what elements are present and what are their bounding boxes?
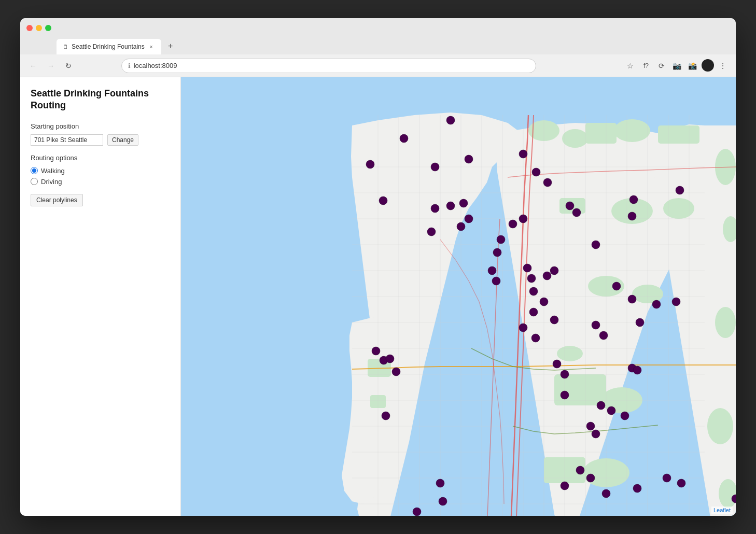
sidebar: Seattle Drinking Fountains Routing Start… xyxy=(20,77,181,516)
svg-point-89 xyxy=(531,334,540,342)
svg-point-55 xyxy=(366,160,374,168)
svg-point-103 xyxy=(561,370,569,378)
minimize-button[interactable] xyxy=(36,25,42,31)
svg-point-112 xyxy=(576,466,584,474)
clear-polylines-button[interactable]: Clear polylines xyxy=(31,194,83,206)
leaflet-attribution[interactable]: Leaflet xyxy=(711,507,733,514)
traffic-lights xyxy=(26,25,51,31)
svg-point-102 xyxy=(553,360,561,368)
map-svg xyxy=(181,77,736,516)
app-title: Seattle Drinking Fountains Routing xyxy=(31,88,170,112)
maximize-button[interactable] xyxy=(45,25,51,31)
svg-point-72 xyxy=(676,186,684,194)
change-button[interactable]: Change xyxy=(107,134,138,146)
routing-options-label: Routing options xyxy=(31,154,170,162)
svg-point-119 xyxy=(663,474,671,482)
svg-point-106 xyxy=(561,391,569,399)
walking-radio[interactable] xyxy=(31,167,38,174)
svg-point-120 xyxy=(677,479,685,487)
svg-point-115 xyxy=(561,482,569,490)
url-text: localhost:8009 xyxy=(134,62,177,69)
position-input[interactable] xyxy=(31,134,103,146)
svg-point-67 xyxy=(457,222,465,231)
driving-option[interactable]: Driving xyxy=(31,178,170,186)
reload-button[interactable]: ↻ xyxy=(62,59,75,73)
svg-point-18 xyxy=(715,307,736,338)
svg-point-114 xyxy=(602,489,610,498)
svg-point-61 xyxy=(379,196,387,205)
main-content: Seattle Drinking Fountains Routing Start… xyxy=(20,77,736,516)
sync-icon[interactable]: ⟳ xyxy=(655,59,668,73)
new-tab-button[interactable]: + xyxy=(163,39,178,53)
active-tab[interactable]: 🗒 Seattle Drinking Fountains × xyxy=(57,39,161,54)
position-row: Change xyxy=(31,134,170,146)
walking-option[interactable]: Walking xyxy=(31,167,170,175)
svg-point-4 xyxy=(614,119,650,142)
svg-point-81 xyxy=(543,272,551,280)
browser-window: 🗒 Seattle Drinking Fountains × + ← → ↻ ℹ… xyxy=(20,18,736,516)
starting-position-label: Starting position xyxy=(31,122,170,130)
svg-point-53 xyxy=(446,116,455,124)
svg-point-90 xyxy=(550,316,558,324)
svg-point-54 xyxy=(400,134,408,143)
bookmark-icon[interactable]: ☆ xyxy=(624,59,637,73)
menu-icon[interactable]: ⋮ xyxy=(716,59,730,73)
svg-point-101 xyxy=(382,412,390,420)
svg-point-57 xyxy=(465,155,473,163)
driving-radio[interactable] xyxy=(31,178,38,185)
svg-point-97 xyxy=(372,347,380,355)
svg-point-11 xyxy=(557,346,583,361)
svg-point-75 xyxy=(628,212,636,220)
svg-rect-12 xyxy=(554,374,606,405)
svg-point-62 xyxy=(431,204,439,213)
svg-point-65 xyxy=(465,215,473,223)
svg-point-88 xyxy=(519,324,527,332)
forward-button[interactable]: → xyxy=(44,59,58,73)
svg-point-117 xyxy=(439,497,447,505)
svg-point-96 xyxy=(636,318,644,327)
svg-point-64 xyxy=(459,199,468,207)
tab-title: Seattle Drinking Fountains xyxy=(72,43,145,50)
svg-point-95 xyxy=(672,298,680,306)
svg-rect-5 xyxy=(658,125,699,144)
svg-point-118 xyxy=(633,484,641,493)
svg-point-91 xyxy=(592,321,600,329)
svg-point-73 xyxy=(566,202,574,210)
svg-point-84 xyxy=(612,282,621,290)
svg-point-63 xyxy=(446,202,455,210)
svg-point-77 xyxy=(488,266,496,275)
camera-icon[interactable]: 📸 xyxy=(686,59,699,73)
info-icon: ℹ xyxy=(128,62,131,69)
svg-point-94 xyxy=(652,300,661,308)
svg-point-113 xyxy=(586,474,595,482)
walking-label: Walking xyxy=(41,167,65,175)
svg-point-105 xyxy=(633,366,641,374)
close-button[interactable] xyxy=(26,25,33,31)
map-area[interactable]: Leaflet xyxy=(181,77,736,516)
svg-point-58 xyxy=(519,150,527,158)
url-bar[interactable]: ℹ localhost:8009 xyxy=(121,59,536,73)
toolbar-icons: ☆ f? ⟳ 📷 📸 ⋮ xyxy=(624,59,730,73)
extensions-icon[interactable]: f? xyxy=(639,59,653,73)
svg-point-93 xyxy=(628,295,636,303)
svg-point-86 xyxy=(540,298,548,306)
svg-point-70 xyxy=(519,215,527,223)
svg-point-69 xyxy=(509,220,517,228)
screenshot-icon[interactable]: 📷 xyxy=(670,59,684,73)
back-button[interactable]: ← xyxy=(26,59,40,73)
title-bar xyxy=(20,18,736,38)
svg-point-56 xyxy=(431,163,439,171)
svg-point-68 xyxy=(497,235,505,244)
svg-point-76 xyxy=(493,248,501,257)
svg-point-107 xyxy=(597,401,605,410)
svg-point-7 xyxy=(663,198,694,219)
svg-point-110 xyxy=(586,422,595,430)
user-avatar[interactable] xyxy=(702,59,714,72)
svg-point-83 xyxy=(592,241,600,249)
svg-point-79 xyxy=(523,264,531,272)
svg-point-111 xyxy=(592,430,600,438)
svg-point-60 xyxy=(543,178,552,187)
tab-close-button[interactable]: × xyxy=(148,43,155,50)
svg-point-85 xyxy=(529,287,538,296)
svg-point-108 xyxy=(607,406,615,415)
